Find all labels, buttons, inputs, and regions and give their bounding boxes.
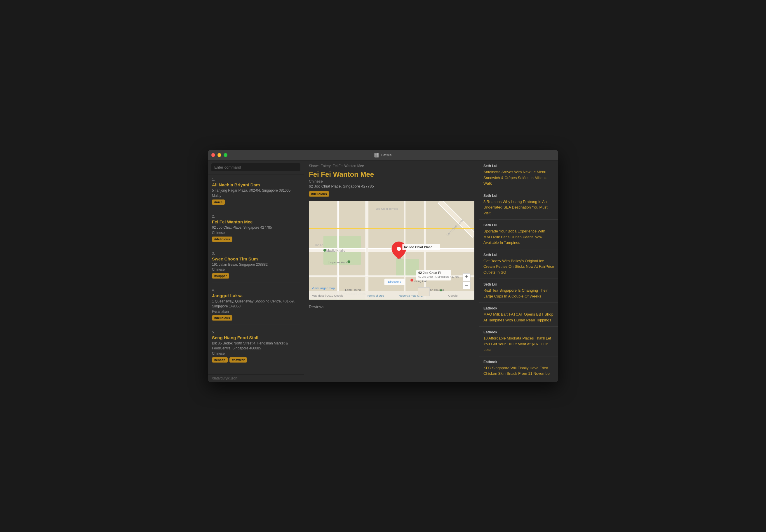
tag: #cheap [212,357,228,363]
list-item[interactable]: 3. Swee Choon Tim Sum 191 Jalan Besar, S… [212,251,300,283]
svg-point-27 [347,260,350,263]
news-source: Seth Lui [483,253,554,257]
item-number: 1. [212,177,300,181]
shown-eatery-label: Shown Eatery: Fei Fei Wanton Mee [304,160,479,169]
item-address: 1 Queensway, Queensway Shopping Centre, … [212,299,300,309]
list-item[interactable]: 4. Janggut Laksa 1 Queensway, Queensway … [212,288,300,325]
close-button[interactable] [212,153,215,157]
svg-point-36 [397,247,401,251]
news-title[interactable]: 10 Affordable Mookata Places That'll Let… [483,335,554,353]
item-address: 191 Jalan Besar, Singapore 208882 [212,262,300,267]
search-input[interactable] [212,163,300,171]
news-item: Seth Lui Get Boozy With Bailey's Origina… [479,249,558,279]
item-name: Ali Nachia Briyani Dam [212,182,300,187]
item-cuisine: Chinese [212,267,300,272]
svg-text:View larger map: View larger map [312,286,335,290]
tag: #hawker [230,357,247,363]
news-source: Eatbook [483,360,554,364]
reviews-section: Reviews [304,300,479,314]
map-container[interactable]: Masjid Khalid Long Phung Long Phung Viet… [309,201,474,300]
minimize-button[interactable] [218,153,221,157]
news-title[interactable]: R&B Tea Singapore Is Changing Their Larg… [483,288,554,299]
news-item: Seth Lui 8 Reasons Why Luang Prabang Is … [479,190,558,220]
item-cuisine: Peranakan [212,309,300,314]
item-address: Blk 85 Bedok North Street 4, Fengshan Ma… [212,341,300,351]
svg-text:Masjid Khalid: Masjid Khalid [326,249,345,252]
eatery-address: 62 Joo Chiat Place, Singapore 427785 [304,184,479,191]
svg-text:62 Joo Chiat Pl: 62 Joo Chiat Pl [418,271,441,274]
news-title[interactable]: Get Boozy With Bailey's Original Ice Cre… [483,258,554,275]
news-item: Seth Lui Antoinette Arrives With New Le … [479,160,558,190]
news-item: Eatbook MAO Milk Bar: FATCAT Opens BBT S… [479,303,558,327]
news-item: Seth Lui R&B Tea Singapore Is Changing T… [479,279,558,303]
tag: #supper [212,273,229,279]
tag: #nice [212,199,225,205]
tag-row: #delicious [212,315,300,321]
svg-text:Map data ©2019 Google: Map data ©2019 Google [312,294,344,297]
svg-text:Joo Chiat Terrace: Joo Chiat Terrace [376,207,398,210]
tag: #delicious [212,237,232,242]
svg-text:Joh Ln: Joh Ln [315,243,324,246]
tag-row: #nice [212,199,300,205]
item-name: Swee Choon Tim Sum [212,256,300,261]
eatery-tags: #delicious [304,191,479,201]
item-number: 4. [212,288,300,292]
news-source: Seth Lui [483,282,554,286]
status-bar: /data/dvrylc.json [208,374,304,382]
svg-text:Terms of Use: Terms of Use [367,294,384,297]
item-name: Janggut Laksa [212,293,300,298]
svg-rect-3 [396,259,419,277]
news-title[interactable]: MAO Milk Bar: FATCAT Opens BBT Shop At T… [483,311,554,323]
app-icon: 🍴 [374,153,379,157]
news-source: Eatbook [483,306,554,310]
svg-point-20 [324,249,326,252]
tag-row: #supper [212,273,300,279]
svg-text:Google: Google [448,294,458,297]
svg-rect-47 [418,287,430,296]
item-number: 5. [212,330,300,334]
list-item[interactable]: 1. Ali Nachia Briyani Dam 5 Tanjong Paga… [212,177,300,209]
svg-text:+: + [465,274,468,279]
app-window: 🍴 EatMe 1. Ali Nachia Briyani Dam 5 Tanj… [208,150,558,382]
right-panel: Seth Lui Antoinette Arrives With New Le … [479,160,558,382]
eatery-tag: #delicious [309,191,329,197]
news-title[interactable]: Antoinette Arrives With New Le Menu Sand… [483,169,554,186]
list-item[interactable]: 5. Seng Hiang Food Stall Blk 85 Bedok No… [212,330,300,367]
eatery-cuisine: Chinese [304,179,479,184]
item-address: 62 Joo Chiat Place, Singapore 427785 [212,225,300,230]
news-title[interactable]: KFC Singapore Will Finally Have Fried Ch… [483,365,554,377]
item-number: 3. [212,251,300,255]
news-title[interactable]: 8 Reasons Why Luang Prabang Is An Underr… [483,199,554,216]
news-source: Eatbook [483,330,554,334]
svg-text:62 Joo Chiat Pl, Singapore 427: 62 Joo Chiat Pl, Singapore 427785 [418,276,459,279]
window-body: 1. Ali Nachia Briyani Dam 5 Tanjong Paga… [208,160,558,382]
item-name: Fei Fei Wanton Mee [212,219,300,224]
news-source: Seth Lui [483,223,554,227]
titlebar: 🍴 EatMe [208,150,558,160]
news-item: Seth Lui Upgrade Your Boba Experience Wi… [479,220,558,249]
left-panel: 1. Ali Nachia Briyani Dam 5 Tanjong Paga… [208,160,304,382]
search-bar [208,160,304,174]
maximize-button[interactable] [224,153,228,157]
news-item: Eatbook 10 Affordable Mookata Places Tha… [479,327,558,356]
svg-text:Directions: Directions [388,280,401,283]
item-number: 2. [212,214,300,218]
svg-text:Carpmael Park: Carpmael Park [328,261,347,264]
news-title[interactable]: Upgrade Your Boba Experience With MAO Mi… [483,228,554,246]
svg-text:62 Joo Chiat Place: 62 Joo Chiat Place [404,245,432,249]
window-title: 🍴 EatMe [374,153,392,157]
eatery-title: Fei Fei Wanton Mee [304,169,479,179]
news-item: Eatbook Robertson Quay Food Guide: Resta… [479,380,558,382]
tag-row: #cheap#hawker [212,357,300,363]
svg-text:−: − [465,282,468,288]
tag-row: #delicious [212,237,300,242]
middle-panel: Shown Eatery: Fei Fei Wanton Mee Fei Fei… [304,160,479,382]
item-cuisine: Chinese [212,351,300,356]
item-cuisine: Chinese [212,231,300,235]
item-name: Seng Hiang Food Stall [212,335,300,340]
svg-point-29 [410,279,413,281]
news-source: Seth Lui [483,194,554,198]
news-item: Eatbook KFC Singapore Will Finally Have … [479,356,558,380]
eatery-list: 1. Ali Nachia Briyani Dam 5 Tanjong Paga… [208,174,304,374]
list-item[interactable]: 2. Fei Fei Wanton Mee 62 Joo Chiat Place… [212,214,300,246]
